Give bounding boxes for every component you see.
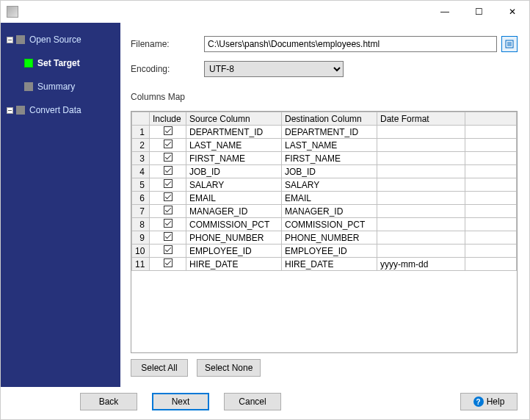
destination-cell[interactable]: LAST_NAME	[282, 139, 377, 152]
table-row[interactable]: 6EMAILEMAIL	[132, 192, 517, 205]
sidebar-item-set-target[interactable]: Set Target	[1, 55, 120, 71]
destination-cell[interactable]: EMAIL	[282, 192, 377, 205]
source-cell[interactable]: EMAIL	[186, 192, 282, 205]
sidebar-item-label: Convert Data	[29, 105, 81, 115]
source-cell[interactable]: LAST_NAME	[186, 139, 282, 152]
include-cell[interactable]	[150, 152, 186, 165]
source-cell[interactable]: COMMISSION_PCT	[186, 218, 282, 231]
source-cell[interactable]: PHONE_NUMBER	[186, 231, 282, 245]
select-none-button[interactable]: Select None	[197, 359, 261, 377]
include-cell[interactable]	[150, 258, 186, 271]
include-cell[interactable]	[150, 139, 186, 152]
close-button[interactable]: ✕	[495, 1, 529, 23]
pad-cell	[465, 231, 517, 245]
checkbox-checked-icon	[164, 166, 173, 175]
include-cell[interactable]	[150, 192, 186, 205]
browse-button[interactable]	[501, 36, 518, 52]
include-cell[interactable]	[150, 205, 186, 218]
minimize-button[interactable]: —	[428, 1, 462, 23]
cancel-button[interactable]: Cancel	[224, 393, 281, 410]
sidebar-item-summary[interactable]: Summary	[1, 79, 120, 95]
row-number: 8	[132, 218, 150, 231]
table-row[interactable]: 7MANAGER_IDMANAGER_ID	[132, 205, 517, 218]
step-bullet-icon	[24, 82, 33, 91]
date-format-cell[interactable]: yyyy-mm-dd	[377, 258, 465, 271]
encoding-select[interactable]: UTF-8	[204, 61, 344, 77]
content: Open Source Set Target Summary Convert D…	[1, 23, 529, 387]
header-destination[interactable]: Destination Column	[282, 112, 377, 126]
date-format-cell[interactable]	[377, 205, 465, 218]
pad-cell	[465, 139, 517, 152]
select-all-button[interactable]: Select All	[131, 359, 188, 377]
date-format-cell[interactable]	[377, 231, 465, 245]
app-icon	[7, 6, 18, 18]
include-cell[interactable]	[150, 218, 186, 231]
header-pad	[465, 112, 517, 126]
source-cell[interactable]: HIRE_DATE	[186, 258, 282, 271]
destination-cell[interactable]: PHONE_NUMBER	[282, 231, 377, 245]
step-bullet-icon	[24, 59, 33, 68]
help-button[interactable]: ? Help	[460, 393, 518, 410]
header-date[interactable]: Date Format	[377, 112, 465, 126]
next-button[interactable]: Next	[152, 393, 209, 410]
pad-cell	[465, 218, 517, 231]
destination-cell[interactable]: COMMISSION_PCT	[282, 218, 377, 231]
checkbox-checked-icon	[164, 179, 173, 188]
table-row[interactable]: 4JOB_IDJOB_ID	[132, 165, 517, 178]
destination-cell[interactable]: HIRE_DATE	[282, 258, 377, 271]
filename-input[interactable]	[204, 36, 497, 52]
row-number: 3	[132, 152, 150, 165]
destination-cell[interactable]: MANAGER_ID	[282, 205, 377, 218]
row-number: 9	[132, 231, 150, 245]
destination-cell[interactable]: SALARY	[282, 178, 377, 192]
table-row[interactable]: 2LAST_NAMELAST_NAME	[132, 139, 517, 152]
row-number: 11	[132, 258, 150, 271]
table-row[interactable]: 1DEPARTMENT_IDDEPARTMENT_ID	[132, 126, 517, 139]
table-row[interactable]: 10EMPLOYEE_IDEMPLOYEE_ID	[132, 245, 517, 258]
table-row[interactable]: 9PHONE_NUMBERPHONE_NUMBER	[132, 231, 517, 245]
destination-cell[interactable]: JOB_ID	[282, 165, 377, 178]
source-cell[interactable]: EMPLOYEE_ID	[186, 245, 282, 258]
checkbox-checked-icon	[164, 206, 173, 214]
columns-map-grid[interactable]: Include Source Column Destination Column…	[131, 111, 518, 353]
date-format-cell[interactable]	[377, 126, 465, 139]
maximize-button[interactable]: ☐	[462, 1, 495, 23]
window-controls: — ☐ ✕	[428, 1, 529, 23]
source-cell[interactable]: MANAGER_ID	[186, 205, 282, 218]
destination-cell[interactable]: DEPARTMENT_ID	[282, 126, 377, 139]
back-button[interactable]: Back	[80, 393, 137, 410]
include-cell[interactable]	[150, 231, 186, 245]
table-row[interactable]: 5SALARYSALARY	[132, 178, 517, 192]
help-button-label: Help	[487, 397, 505, 407]
destination-cell[interactable]: FIRST_NAME	[282, 152, 377, 165]
sidebar-item-open-source[interactable]: Open Source	[1, 32, 120, 48]
header-source[interactable]: Source Column	[186, 112, 282, 126]
table-row[interactable]: 8COMMISSION_PCTCOMMISSION_PCT	[132, 218, 517, 231]
include-cell[interactable]	[150, 178, 186, 192]
sidebar-item-convert-data[interactable]: Convert Data	[1, 102, 120, 118]
source-cell[interactable]: DEPARTMENT_ID	[186, 126, 282, 139]
source-cell[interactable]: JOB_ID	[186, 165, 282, 178]
help-icon: ?	[473, 397, 484, 407]
pad-cell	[465, 205, 517, 218]
corner-cell	[132, 112, 150, 126]
titlebar-left	[7, 6, 18, 18]
table-row[interactable]: 11HIRE_DATEHIRE_DATEyyyy-mm-dd	[132, 258, 517, 271]
include-cell[interactable]	[150, 165, 186, 178]
date-format-cell[interactable]	[377, 178, 465, 192]
date-format-cell[interactable]	[377, 152, 465, 165]
include-cell[interactable]	[150, 245, 186, 258]
date-format-cell[interactable]	[377, 245, 465, 258]
row-number: 7	[132, 205, 150, 218]
date-format-cell[interactable]	[377, 192, 465, 205]
table-row[interactable]: 3FIRST_NAMEFIRST_NAME	[132, 152, 517, 165]
destination-cell[interactable]: EMPLOYEE_ID	[282, 245, 377, 258]
header-include[interactable]: Include	[150, 112, 186, 126]
date-format-cell[interactable]	[377, 218, 465, 231]
source-cell[interactable]: SALARY	[186, 178, 282, 192]
include-cell[interactable]	[150, 126, 186, 139]
source-cell[interactable]: FIRST_NAME	[186, 152, 282, 165]
checkbox-checked-icon	[164, 192, 173, 201]
date-format-cell[interactable]	[377, 139, 465, 152]
date-format-cell[interactable]	[377, 165, 465, 178]
